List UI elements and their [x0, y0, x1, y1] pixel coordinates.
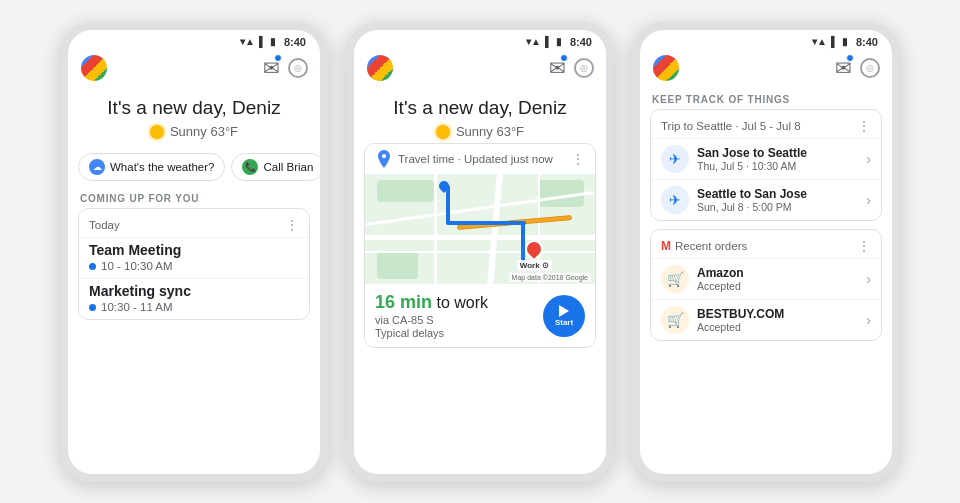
flight-item-1[interactable]: ✈ Seattle to San Jose Sun, Jul 8 · 5:00 …: [651, 179, 881, 220]
call-button[interactable]: 📞 Call Brian: [231, 153, 320, 181]
time-display-3: 8:40: [856, 36, 878, 48]
top-bar-2: ✉ ◎: [354, 50, 606, 88]
weather-text-2: Sunny 63°F: [456, 124, 524, 139]
orders-card-menu[interactable]: ⋮: [857, 238, 871, 254]
map-route-2: [446, 221, 527, 225]
order-chevron-0[interactable]: ›: [866, 271, 871, 287]
flight-date-0: Thu, Jul 5 · 10:30 AM: [697, 160, 807, 172]
wifi-icon-2: ▾▲: [526, 36, 541, 47]
map-card-menu[interactable]: ⋮: [571, 151, 585, 167]
inbox-button[interactable]: ✉: [263, 56, 280, 80]
order-item-1[interactable]: 🛒 BESTBUY.COM Accepted ›: [651, 299, 881, 340]
notification-dot: [274, 54, 282, 62]
map-green-area-1: [377, 180, 435, 202]
google-assistant-icon[interactable]: [80, 54, 108, 82]
signal-icon: ▌: [259, 36, 266, 47]
event-time-1: 10:30 - 11 AM: [89, 301, 299, 313]
status-bar-1: ▾▲ ▌ ▮ 8:40: [68, 30, 320, 50]
greeting-title-2: It's a new day, Deniz: [370, 96, 590, 121]
top-bar-right: ✉ ◎: [263, 56, 308, 80]
status-bar-3: ▾▲ ▌ ▮ 8:40: [640, 30, 892, 50]
order-item-0[interactable]: 🛒 Amazon Accepted ›: [651, 258, 881, 299]
map-road-h2: [365, 235, 595, 240]
top-bar-1: ✉ ◎: [68, 50, 320, 88]
keep-track-label: KEEP TRACK OF THINGS: [640, 88, 892, 109]
weather-btn-label: What's the weather?: [110, 161, 214, 173]
phone-1: ▾▲ ▌ ▮ 8:40 ✉ ◎ It's a new day, Deniz Su…: [60, 22, 328, 482]
flight-chevron-0[interactable]: ›: [866, 151, 871, 167]
map-pin-end-circle: [522, 236, 547, 261]
notification-dot-2: [560, 54, 568, 62]
weather-button[interactable]: ☁ What's the weather?: [78, 153, 225, 181]
time-dot-1: [89, 304, 96, 311]
greeting-title: It's a new day, Deniz: [84, 96, 304, 121]
section-label-1: COMING UP FOR YOU: [68, 189, 320, 208]
signal-icon-2: ▌: [545, 36, 552, 47]
card-menu-button[interactable]: ⋮: [285, 217, 299, 233]
google-logo-3: [653, 55, 679, 81]
trip-card-menu[interactable]: ⋮: [857, 118, 871, 134]
order-info-1: BESTBUY.COM Accepted: [697, 307, 784, 333]
event-time-0: 10 - 10:30 AM: [89, 260, 299, 272]
phone-3: ▾▲ ▌ ▮ 8:40 ✉ ◎ KEEP TRACK OF THINGS Tri…: [632, 22, 900, 482]
order-chevron-1[interactable]: ›: [866, 312, 871, 328]
map-road-v2: [487, 174, 503, 284]
order-left-0: 🛒 Amazon Accepted: [661, 265, 744, 293]
coming-up-card: Today ⋮ Team Meeting 10 - 10:30 AM Marke…: [78, 208, 310, 320]
greeting-section: It's a new day, Deniz Sunny 63°F: [68, 88, 320, 144]
google-assistant-icon-3[interactable]: [652, 54, 680, 82]
compass-icon-2[interactable]: ◎: [574, 58, 594, 78]
card-header-label: Today: [89, 219, 120, 231]
map-card: Travel time · Updated just now ⋮: [364, 143, 596, 348]
trip-card-title: Trip to Seattle · Jul 5 - Jul 8: [661, 120, 801, 132]
weather-btn-icon: ☁: [89, 159, 105, 175]
flight-info-1: Seattle to San Jose Sun, Jul 8 · 5:00 PM: [697, 187, 807, 213]
top-bar-3: ✉ ◎: [640, 50, 892, 88]
map-pin-end: Work ⊙: [517, 240, 552, 271]
flight-chevron-1[interactable]: ›: [866, 192, 871, 208]
orders-card-header: M Recent orders ⋮: [651, 230, 881, 258]
event-item-0: Team Meeting 10 - 10:30 AM: [79, 237, 309, 278]
order-name-1: BESTBUY.COM: [697, 307, 784, 321]
flight-left-1: ✈ Seattle to San Jose Sun, Jul 8 · 5:00 …: [661, 186, 807, 214]
map-pin-start: [439, 181, 449, 193]
work-label: Work ⊙: [517, 260, 552, 271]
flight-route-1: Seattle to San Jose: [697, 187, 807, 201]
inbox-button-3[interactable]: ✉: [835, 56, 852, 80]
battery-icon-3: ▮: [842, 36, 848, 47]
orders-card-title: Recent orders: [675, 240, 747, 252]
trip-card: Trip to Seattle · Jul 5 - Jul 8 ⋮ ✈ San …: [650, 109, 882, 221]
flight-route-0: San Jose to Seattle: [697, 146, 807, 160]
map-area[interactable]: Work ⊙ Map data ©2018 Google: [365, 174, 595, 284]
google-logo: [81, 55, 107, 81]
travel-to: to work: [436, 294, 488, 311]
map-credit: Map data ©2018 Google: [509, 273, 591, 282]
orders-header-row: M Recent orders: [661, 239, 747, 253]
phone-content-1: It's a new day, Deniz Sunny 63°F ☁ What'…: [68, 88, 320, 474]
start-navigation-button[interactable]: Start: [543, 295, 585, 337]
order-status-0: Accepted: [697, 280, 744, 292]
signal-icon-3: ▌: [831, 36, 838, 47]
flight-item-0[interactable]: ✈ San Jose to Seattle Thu, Jul 5 · 10:30…: [651, 138, 881, 179]
start-label: Start: [555, 318, 573, 327]
map-road-h3: [365, 251, 595, 253]
order-name-0: Amazon: [697, 266, 744, 280]
weather-line-2: Sunny 63°F: [370, 124, 590, 139]
inbox-button-2[interactable]: ✉: [549, 56, 566, 80]
flight-left-0: ✈ San Jose to Seattle Thu, Jul 5 · 10:30…: [661, 145, 807, 173]
flight-info-0: San Jose to Seattle Thu, Jul 5 · 10:30 A…: [697, 146, 807, 172]
flight-icon-1: ✈: [661, 186, 689, 214]
flight-icon-0: ✈: [661, 145, 689, 173]
order-icon-0: 🛒: [661, 265, 689, 293]
google-assistant-icon-2[interactable]: [366, 54, 394, 82]
orders-card: M Recent orders ⋮ 🛒 Amazon Accepted › 🛒: [650, 229, 882, 341]
compass-icon-3[interactable]: ◎: [860, 58, 880, 78]
event-title-1: Marketing sync: [89, 283, 299, 299]
order-status-1: Accepted: [697, 321, 784, 333]
google-logo-2: [367, 55, 393, 81]
time-display-2: 8:40: [570, 36, 592, 48]
maps-icon: [375, 150, 393, 168]
compass-icon[interactable]: ◎: [288, 58, 308, 78]
travel-info: 16 min to work via CA-85 S Typical delay…: [375, 292, 488, 339]
travel-delays: Typical delays: [375, 327, 488, 339]
